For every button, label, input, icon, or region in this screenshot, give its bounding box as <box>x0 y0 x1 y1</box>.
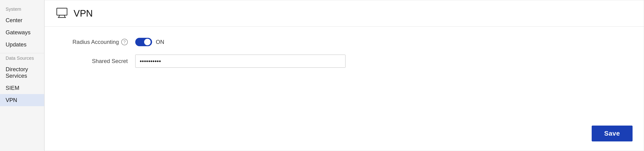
radius-accounting-row: Radius Accounting ? ON <box>56 38 632 46</box>
radius-accounting-toggle[interactable] <box>135 38 152 46</box>
sidebar-item-center[interactable]: Center <box>0 14 44 26</box>
save-button-container: Save <box>592 126 632 142</box>
sidebar-item-vpn[interactable]: VPN <box>0 94 44 106</box>
sidebar-item-gateways[interactable]: Gateways <box>0 26 44 38</box>
toggle-thumb <box>144 39 151 45</box>
shared-secret-label: Shared Secret <box>56 58 135 64</box>
sidebar-item-siem[interactable]: SIEM <box>0 82 44 94</box>
toggle-on-label: ON <box>156 39 164 45</box>
page-header: VPN <box>44 0 644 27</box>
save-button[interactable]: Save <box>592 126 632 142</box>
radius-accounting-help-icon[interactable]: ? <box>121 39 128 45</box>
system-section-label: System <box>0 6 44 14</box>
monitor-icon <box>56 7 68 20</box>
radius-accounting-toggle-container: ON <box>135 38 164 46</box>
main-content: VPN Radius Accounting ? ON Shared Secret <box>44 0 644 151</box>
radius-accounting-label: Radius Accounting ? <box>56 39 135 45</box>
sidebar-item-directory-services[interactable]: Directory Services <box>0 63 44 82</box>
sidebar: System Center Gateways Updates Data Sour… <box>0 0 44 151</box>
svg-rect-0 <box>57 8 67 15</box>
content-area: Radius Accounting ? ON Shared Secret Sav… <box>44 27 644 151</box>
sidebar-item-updates[interactable]: Updates <box>0 38 44 51</box>
page-title: VPN <box>74 8 93 19</box>
sidebar-divider <box>0 53 44 53</box>
shared-secret-row: Shared Secret <box>56 55 632 68</box>
data-sources-section-label: Data Sources <box>0 56 44 63</box>
shared-secret-input[interactable] <box>135 55 346 68</box>
